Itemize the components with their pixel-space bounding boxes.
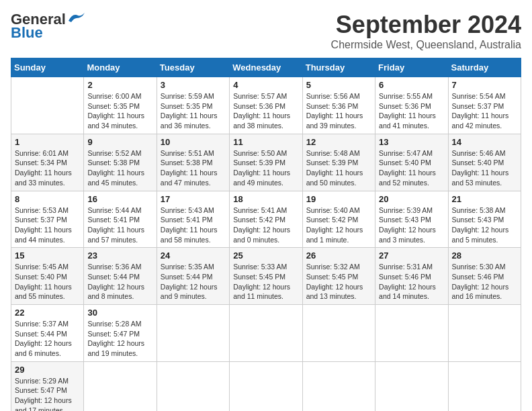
day-info: Sunrise: 5:46 AM Sunset: 5:40 PM Dayligh… — [452, 148, 517, 188]
day-number: 28 — [452, 250, 517, 261]
calendar-day-1: 1 Sunrise: 6:01 AM Sunset: 5:34 PM Dayli… — [11, 134, 84, 191]
calendar-day-13: 13 Sunrise: 5:47 AM Sunset: 5:40 PM Dayl… — [375, 134, 448, 191]
col-header-tuesday: Tuesday — [157, 58, 229, 77]
day-info: Sunrise: 5:35 AM Sunset: 5:44 PM Dayligh… — [161, 262, 226, 302]
day-number: 18 — [233, 194, 298, 204]
calendar-empty — [11, 77, 84, 134]
calendar-day-26: 26 Sunrise: 5:32 AM Sunset: 5:45 PM Dayl… — [302, 248, 375, 305]
calendar-empty — [448, 361, 521, 411]
calendar-day-11: 11 Sunrise: 5:50 AM Sunset: 5:39 PM Dayl… — [230, 134, 302, 191]
day-info: Sunrise: 5:37 AM Sunset: 5:44 PM Dayligh… — [15, 319, 80, 359]
day-info: Sunrise: 6:01 AM Sunset: 5:34 PM Dayligh… — [15, 148, 80, 188]
day-info: Sunrise: 5:28 AM Sunset: 5:47 PM Dayligh… — [87, 319, 152, 359]
calendar-empty — [375, 305, 448, 362]
calendar-day-7: 7 Sunrise: 5:54 AM Sunset: 5:37 PM Dayli… — [448, 77, 521, 134]
calendar-day-17: 17 Sunrise: 5:43 AM Sunset: 5:41 PM Dayl… — [157, 191, 229, 248]
day-info: Sunrise: 5:29 AM Sunset: 5:47 PM Dayligh… — [15, 376, 80, 411]
calendar-day-14: 14 Sunrise: 5:46 AM Sunset: 5:40 PM Dayl… — [448, 134, 521, 191]
day-info: Sunrise: 5:51 AM Sunset: 5:38 PM Dayligh… — [161, 148, 226, 188]
day-info: Sunrise: 5:41 AM Sunset: 5:42 PM Dayligh… — [233, 205, 298, 245]
day-number: 20 — [379, 194, 444, 204]
logo: General Blue — [11, 11, 86, 42]
calendar-day-8: 8 Sunrise: 5:53 AM Sunset: 5:37 PM Dayli… — [11, 191, 84, 248]
day-number: 6 — [379, 80, 444, 90]
calendar-week-1: 2 Sunrise: 6:00 AM Sunset: 5:35 PM Dayli… — [11, 77, 521, 134]
calendar-day-29: 29 Sunrise: 5:29 AM Sunset: 5:47 PM Dayl… — [11, 361, 84, 411]
calendar-day-25: 25 Sunrise: 5:33 AM Sunset: 5:45 PM Dayl… — [230, 248, 302, 305]
calendar-empty — [157, 305, 229, 362]
day-info: Sunrise: 5:39 AM Sunset: 5:43 PM Dayligh… — [379, 205, 444, 245]
day-info: Sunrise: 5:40 AM Sunset: 5:42 PM Dayligh… — [306, 205, 371, 245]
calendar-day-3: 3 Sunrise: 5:59 AM Sunset: 5:35 PM Dayli… — [157, 77, 229, 134]
day-number: 17 — [161, 194, 226, 204]
col-header-friday: Friday — [375, 58, 448, 77]
day-info: Sunrise: 5:43 AM Sunset: 5:41 PM Dayligh… — [161, 205, 226, 245]
day-info: Sunrise: 5:54 AM Sunset: 5:37 PM Dayligh… — [452, 91, 517, 131]
day-info: Sunrise: 5:38 AM Sunset: 5:43 PM Dayligh… — [452, 205, 517, 245]
calendar-day-12: 12 Sunrise: 5:48 AM Sunset: 5:39 PM Dayl… — [302, 134, 375, 191]
day-number: 8 — [15, 194, 80, 204]
calendar-day-23: 23 Sunrise: 5:36 AM Sunset: 5:44 PM Dayl… — [84, 248, 157, 305]
day-info: Sunrise: 5:44 AM Sunset: 5:41 PM Dayligh… — [87, 205, 152, 245]
day-number: 13 — [379, 137, 444, 147]
calendar-empty — [230, 361, 302, 411]
calendar-day-6: 6 Sunrise: 5:55 AM Sunset: 5:36 PM Dayli… — [375, 77, 448, 134]
day-info: Sunrise: 5:31 AM Sunset: 5:46 PM Dayligh… — [379, 262, 444, 302]
day-info: Sunrise: 5:30 AM Sunset: 5:46 PM Dayligh… — [452, 262, 517, 302]
day-number: 4 — [233, 80, 298, 90]
calendar-empty — [230, 305, 302, 362]
day-info: Sunrise: 5:55 AM Sunset: 5:36 PM Dayligh… — [379, 91, 444, 131]
calendar-empty — [84, 361, 157, 411]
calendar-day-4: 4 Sunrise: 5:57 AM Sunset: 5:36 PM Dayli… — [230, 77, 302, 134]
title-block: September 2024 Chermside West, Queenslan… — [331, 11, 521, 51]
calendar-week-6: 29 Sunrise: 5:29 AM Sunset: 5:47 PM Dayl… — [11, 361, 521, 411]
day-info: Sunrise: 5:53 AM Sunset: 5:37 PM Dayligh… — [15, 205, 80, 245]
calendar-day-21: 21 Sunrise: 5:38 AM Sunset: 5:43 PM Dayl… — [448, 191, 521, 248]
day-number: 11 — [233, 137, 298, 147]
calendar-empty — [448, 305, 521, 362]
day-info: Sunrise: 5:33 AM Sunset: 5:45 PM Dayligh… — [233, 262, 298, 302]
day-number: 12 — [306, 137, 371, 147]
calendar-week-2: 1 Sunrise: 6:01 AM Sunset: 5:34 PM Dayli… — [11, 134, 521, 191]
day-info: Sunrise: 6:00 AM Sunset: 5:35 PM Dayligh… — [87, 91, 152, 131]
calendar-day-5: 5 Sunrise: 5:56 AM Sunset: 5:36 PM Dayli… — [302, 77, 375, 134]
day-number: 24 — [161, 250, 226, 261]
calendar-week-4: 15 Sunrise: 5:45 AM Sunset: 5:40 PM Dayl… — [11, 248, 521, 305]
day-number: 10 — [161, 137, 226, 147]
location: Chermside West, Queensland, Australia — [331, 39, 521, 51]
col-header-saturday: Saturday — [448, 58, 521, 77]
day-info: Sunrise: 5:45 AM Sunset: 5:40 PM Dayligh… — [15, 262, 80, 302]
day-number: 5 — [306, 80, 371, 90]
day-info: Sunrise: 5:47 AM Sunset: 5:40 PM Dayligh… — [379, 148, 444, 188]
day-number: 25 — [233, 250, 298, 261]
day-info: Sunrise: 5:56 AM Sunset: 5:36 PM Dayligh… — [306, 91, 371, 131]
col-header-wednesday: Wednesday — [230, 58, 302, 77]
logo-blue: Blue — [11, 24, 43, 42]
calendar-day-2: 2 Sunrise: 6:00 AM Sunset: 5:35 PM Dayli… — [84, 77, 157, 134]
logo-bird-icon — [67, 11, 86, 25]
calendar-day-10: 10 Sunrise: 5:51 AM Sunset: 5:38 PM Dayl… — [157, 134, 229, 191]
day-number: 21 — [452, 194, 517, 204]
calendar-table: SundayMondayTuesdayWednesdayThursdayFrid… — [11, 58, 521, 411]
calendar-empty — [375, 361, 448, 411]
day-info: Sunrise: 5:32 AM Sunset: 5:45 PM Dayligh… — [306, 262, 371, 302]
day-number: 22 — [15, 308, 80, 318]
day-number: 15 — [15, 250, 80, 261]
day-info: Sunrise: 5:52 AM Sunset: 5:38 PM Dayligh… — [87, 148, 152, 188]
page-header: General Blue September 2024 Chermside We… — [11, 11, 521, 51]
day-number: 2 — [87, 80, 152, 90]
calendar-day-28: 28 Sunrise: 5:30 AM Sunset: 5:46 PM Dayl… — [448, 248, 521, 305]
day-number: 27 — [379, 250, 444, 261]
day-number: 3 — [161, 80, 226, 90]
day-info: Sunrise: 5:48 AM Sunset: 5:39 PM Dayligh… — [306, 148, 371, 188]
col-header-thursday: Thursday — [302, 58, 375, 77]
calendar-week-5: 22 Sunrise: 5:37 AM Sunset: 5:44 PM Dayl… — [11, 305, 521, 362]
col-header-monday: Monday — [84, 58, 157, 77]
day-info: Sunrise: 5:50 AM Sunset: 5:39 PM Dayligh… — [233, 148, 298, 188]
calendar-day-9: 9 Sunrise: 5:52 AM Sunset: 5:38 PM Dayli… — [84, 134, 157, 191]
calendar-day-20: 20 Sunrise: 5:39 AM Sunset: 5:43 PM Dayl… — [375, 191, 448, 248]
calendar-header-row: SundayMondayTuesdayWednesdayThursdayFrid… — [11, 58, 521, 77]
day-number: 29 — [15, 365, 80, 375]
day-number: 7 — [452, 80, 517, 90]
day-number: 26 — [306, 250, 371, 261]
